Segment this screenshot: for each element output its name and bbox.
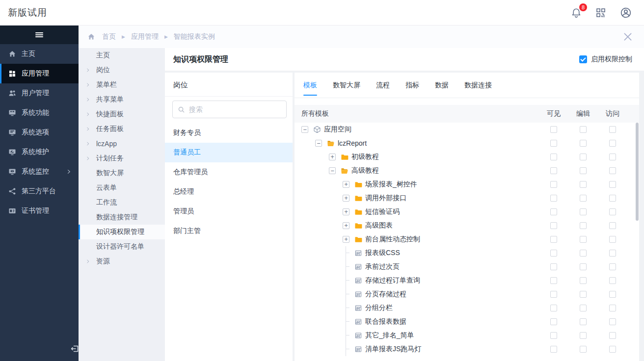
checkbox-access[interactable] <box>609 277 616 284</box>
checkbox-access[interactable] <box>609 154 616 160</box>
checkbox-edit[interactable] <box>580 167 587 174</box>
checkbox-access[interactable] <box>609 126 616 133</box>
role-item-3[interactable]: 仓库管理员 <box>165 162 293 182</box>
checkbox-visible[interactable] <box>550 195 557 202</box>
checkbox-visible[interactable] <box>550 140 557 147</box>
checkbox-access[interactable] <box>609 140 616 147</box>
sidebar-item-1[interactable]: 主页 <box>0 44 79 64</box>
submenu-item-7[interactable]: lczApp <box>79 136 165 151</box>
checkbox-edit[interactable] <box>580 263 587 270</box>
checkbox-access[interactable] <box>609 263 616 270</box>
submenu-item-1[interactable]: 主页 <box>79 48 165 63</box>
checkbox-visible[interactable] <box>550 318 557 325</box>
checkbox-edit[interactable] <box>580 250 587 257</box>
role-search-input[interactable] <box>189 105 281 113</box>
submenu-item-11[interactable]: 工作流 <box>79 195 165 210</box>
submenu-item-12[interactable]: 数据连接管理 <box>79 210 165 225</box>
checkbox-visible[interactable] <box>550 222 557 229</box>
checkbox-access[interactable] <box>609 250 616 257</box>
breadcrumb-item-3[interactable]: 智能报表实例 <box>174 32 215 41</box>
sidebar-item-9[interactable]: 证书管理 <box>0 201 79 221</box>
sidebar-collapse-button[interactable] <box>0 26 79 44</box>
checkbox-access[interactable] <box>609 195 616 202</box>
checkbox-access[interactable] <box>609 332 616 339</box>
checkbox-access[interactable] <box>609 222 616 229</box>
checkbox-visible[interactable] <box>550 250 557 257</box>
submenu-item-4[interactable]: 共享菜单 <box>79 92 165 107</box>
notifications-button[interactable]: 8 <box>570 7 582 19</box>
submenu-item-10[interactable]: 云表单 <box>79 180 165 195</box>
checkbox-visible[interactable] <box>550 305 557 311</box>
collapse-node-button[interactable]: − <box>329 167 336 174</box>
checkbox-access[interactable] <box>609 291 616 298</box>
submenu-item-8[interactable]: 计划任务 <box>79 151 165 166</box>
sidebar-item-8[interactable]: 第三方平台 <box>0 181 79 201</box>
role-item-5[interactable]: 管理员 <box>165 202 293 221</box>
breadcrumb-item-2[interactable]: 应用管理 <box>131 32 159 41</box>
checkbox-visible[interactable] <box>550 167 557 174</box>
checkbox-visible[interactable] <box>550 236 557 243</box>
submenu-item-2[interactable]: 岗位 <box>79 63 165 77</box>
submenu-item-15[interactable]: 资源 <box>79 254 165 269</box>
tab-2[interactable]: 数智大屏 <box>333 73 360 98</box>
role-item-1[interactable]: 财务专员 <box>165 123 293 143</box>
checkbox-visible[interactable] <box>550 291 557 298</box>
tab-4[interactable]: 指标 <box>405 73 419 98</box>
checkbox-edit[interactable] <box>580 291 587 298</box>
checkbox-access[interactable] <box>609 346 616 353</box>
checkbox-edit[interactable] <box>580 277 587 284</box>
checkbox-edit[interactable] <box>580 305 587 311</box>
tab-3[interactable]: 流程 <box>376 73 390 98</box>
collapse-node-button[interactable]: − <box>315 140 322 147</box>
submenu-item-3[interactable]: 菜单栏 <box>79 77 165 92</box>
expand-node-button[interactable]: + <box>343 236 349 243</box>
role-item-4[interactable]: 总经理 <box>165 182 293 202</box>
checked-checkbox-icon[interactable] <box>579 55 587 63</box>
checkbox-edit[interactable] <box>580 318 587 325</box>
sidebar-item-6[interactable]: 系统维护 <box>0 142 79 162</box>
expand-node-button[interactable]: + <box>343 222 349 229</box>
role-item-6[interactable]: 部门主管 <box>165 221 293 241</box>
tab-5[interactable]: 数据 <box>435 73 449 98</box>
enable-permission-toggle[interactable]: 启用权限控制 <box>579 55 632 64</box>
expand-node-button[interactable]: + <box>329 154 336 160</box>
sidebar-item-5[interactable]: 系统选项 <box>0 123 79 142</box>
submenu-item-9[interactable]: 数智大屏 <box>79 166 165 180</box>
expand-node-button[interactable]: + <box>343 181 349 188</box>
checkbox-edit[interactable] <box>580 332 587 339</box>
checkbox-visible[interactable] <box>550 181 557 188</box>
profile-button[interactable] <box>619 6 632 19</box>
checkbox-visible[interactable] <box>550 346 557 353</box>
checkbox-access[interactable] <box>609 318 616 325</box>
submenu-item-5[interactable]: 快捷面板 <box>79 107 165 122</box>
close-button[interactable] <box>622 31 633 42</box>
expand-node-button[interactable]: + <box>343 208 349 215</box>
checkbox-access[interactable] <box>609 305 616 311</box>
vertical-scrollbar[interactable] <box>636 123 639 221</box>
sidebar-item-3[interactable]: 用户管理 <box>0 83 79 103</box>
role-item-2[interactable]: 普通员工 <box>165 143 293 162</box>
checkbox-visible[interactable] <box>550 126 557 133</box>
checkbox-visible[interactable] <box>550 208 557 215</box>
checkbox-edit[interactable] <box>580 154 587 160</box>
breadcrumb-item-1[interactable]: 首页 <box>102 32 116 41</box>
checkbox-visible[interactable] <box>550 154 557 160</box>
checkbox-edit[interactable] <box>580 222 587 229</box>
sidebar-item-4[interactable]: 系统功能 <box>0 103 79 123</box>
collapse-node-button[interactable]: − <box>301 126 308 133</box>
submenu-item-13[interactable]: 知识项权限管理 <box>79 225 165 239</box>
exit-button[interactable] <box>70 343 80 354</box>
checkbox-edit[interactable] <box>580 236 587 243</box>
checkbox-edit[interactable] <box>580 208 587 215</box>
checkbox-access[interactable] <box>609 181 616 188</box>
checkbox-access[interactable] <box>609 236 616 243</box>
submenu-item-14[interactable]: 设计器许可名单 <box>79 239 165 254</box>
checkbox-access[interactable] <box>609 208 616 215</box>
sidebar-item-2[interactable]: 应用管理 <box>0 64 79 83</box>
expand-node-button[interactable]: + <box>343 195 349 202</box>
sidebar-item-7[interactable]: 系统监控 <box>0 162 79 181</box>
checkbox-visible[interactable] <box>550 332 557 339</box>
checkbox-edit[interactable] <box>580 195 587 202</box>
checkbox-edit[interactable] <box>580 181 587 188</box>
checkbox-visible[interactable] <box>550 263 557 270</box>
